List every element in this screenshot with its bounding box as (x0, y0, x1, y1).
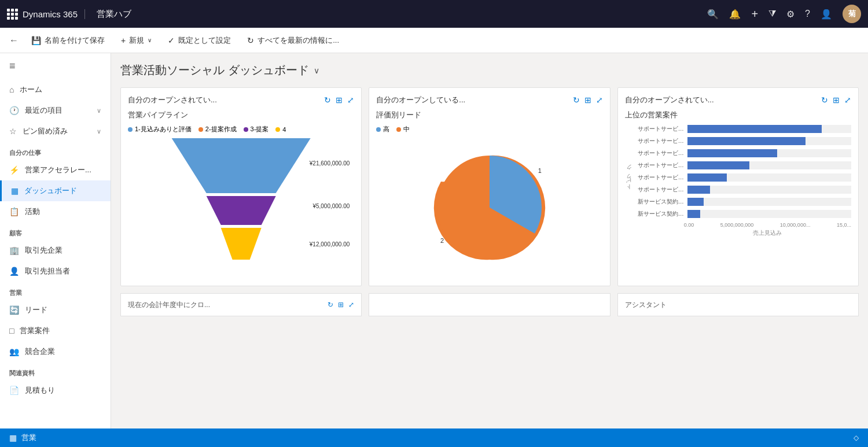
bar-fill-3 (687, 149, 778, 157)
pinned-expand-icon[interactable]: ∨ (97, 128, 101, 135)
refresh-button[interactable]: ↻ すべてを最新の情報に... (244, 33, 343, 48)
sidebar-item-pinned[interactable]: ☆ ピン留め済み ∨ (0, 121, 111, 142)
sidebar: ≡ ⌂ ホーム 🕐 最近の項目 ∨ ☆ ピン留め済み ∨ 自分の仕事 ⚡ 営業ア… (0, 53, 111, 447)
accelerator-icon: ⚡ (9, 165, 19, 175)
new-label: 新規 (129, 35, 144, 46)
sidebar-quotes-label: 見積もり (25, 385, 55, 396)
pie-legend-label-mid: 中 (403, 125, 410, 134)
card3-chart-title: 上位の営業案件 (625, 110, 851, 120)
bar-track-1 (687, 125, 851, 133)
sidebar-item-home[interactable]: ⌂ ホーム (0, 79, 111, 100)
bar-x-axis: 0.00 5,000,000,000 10,000,000... 15,0... (638, 222, 851, 228)
activity-icon: 📋 (9, 207, 19, 216)
card4-refresh-icon[interactable]: ↻ (328, 301, 333, 309)
bar-label-1: サポートサービス ... (638, 125, 684, 133)
sidebar-item-dashboard[interactable]: ▦ ダッシュボード (0, 180, 111, 201)
sidebar-item-contacts[interactable]: 👤 取引先担当者 (0, 261, 111, 282)
default-button[interactable]: ✓ 既定として設定 (164, 33, 234, 48)
bar-row-8: 新サービス契約_20... (638, 210, 851, 218)
bottom-bar-diamond-icon[interactable]: ◇ (854, 434, 859, 442)
card2-expand-icon[interactable]: ⊞ (584, 95, 591, 105)
card3-refresh-icon[interactable]: ↻ (821, 95, 828, 105)
pie-svg-wrapper: 1 2 (432, 150, 547, 267)
new-button[interactable]: + 新規 ∨ (117, 33, 155, 48)
bar-track-8 (687, 210, 851, 218)
bar-label-4: サポートサービス ... (638, 161, 684, 169)
sidebar-activity-label: 活動 (25, 206, 40, 217)
sidebar-item-accounts[interactable]: 🏢 取引先企業 (0, 240, 111, 261)
card1-refresh-icon[interactable]: ↻ (324, 95, 331, 105)
sidebar-item-quotes[interactable]: 📄 見積もり (0, 380, 111, 401)
funnel-chart: ¥21,600,000.00 ¥5,000,000.00 ¥12,000,000… (128, 138, 354, 279)
waffle-menu[interactable] (7, 9, 18, 20)
legend-label-4: 4 (282, 126, 286, 133)
save-label: 名前を付けて保存 (45, 35, 105, 46)
dashboard-grid: 自分のオープンされてい... ↻ ⊞ ⤢ 営業パイプライン 1-見込みありと評価 (120, 87, 859, 286)
bar-chart-right: サポートサービス ... サポートサービス ... サポートサービス ... (638, 125, 851, 237)
recent-expand-icon[interactable]: ∨ (97, 107, 101, 114)
top-nav-right: 🔍 🔔 + ⧩ ⚙ ? 👤 菊 (707, 5, 861, 23)
refresh-icon: ↻ (247, 36, 254, 45)
settings-icon[interactable]: ⚙ (786, 9, 795, 20)
sidebar-leads-label: リード (25, 305, 47, 315)
sidebar-item-activity[interactable]: 📋 活動 (0, 201, 111, 222)
bar-label-5: サポートサービス ... (638, 173, 684, 182)
card1-expand-icon[interactable]: ⊞ (336, 95, 343, 105)
card1-popout-icon[interactable]: ⤢ (347, 95, 354, 105)
sidebar-item-leads[interactable]: 🔄 リード (0, 300, 111, 320)
card4-expand-icon[interactable]: ⊞ (338, 301, 344, 309)
back-button[interactable]: ← (9, 35, 19, 46)
sidebar-accelerator-label: 営業アクセラレー... (25, 165, 91, 175)
avatar[interactable]: 菊 (843, 5, 861, 23)
pie-label-1: 1 (538, 167, 542, 174)
dashboard-icon: ▦ (11, 186, 19, 195)
check-icon: ✓ (168, 36, 175, 45)
bar-label-6: サポートサービス ... (638, 186, 684, 194)
search-icon[interactable]: 🔍 (707, 9, 719, 20)
sidebar-item-competitors[interactable]: 👥 競合企業 (0, 341, 111, 362)
card2-refresh-icon[interactable]: ↻ (573, 95, 580, 105)
sidebar-toggle[interactable]: ≡ (0, 53, 111, 79)
legend-dot-3 (244, 127, 248, 132)
second-row: 現在の会計年度中にクロ... ↻ ⊞ ⤢ アシスタント (120, 293, 859, 316)
new-chevron-icon[interactable]: ∨ (148, 37, 152, 43)
section-sales: 営業 (0, 282, 111, 300)
card4-actions: ↻ ⊞ ⤢ (328, 301, 354, 309)
sidebar-accounts-label: 取引先企業 (25, 245, 62, 256)
bar-track-4 (687, 161, 851, 169)
bottom-bar: ▦ 営業 ◇ (0, 428, 868, 447)
card4-popout-icon[interactable]: ⤢ (348, 301, 354, 309)
pie-svg (432, 150, 547, 265)
sidebar-recent-label: 最近の項目 (25, 105, 62, 116)
card3-popout-icon[interactable]: ⤢ (844, 95, 851, 105)
filter-icon[interactable]: ⧩ (768, 9, 776, 19)
card2-popout-icon[interactable]: ⤢ (596, 95, 603, 105)
legend-label-2: 2-提案作成 (205, 125, 237, 134)
bar-fill-1 (687, 125, 822, 133)
svg-marker-0 (172, 138, 311, 193)
legend-label-1: 1-見込みありと評価 (135, 125, 192, 134)
card3-title: 自分のオープンされてい... (625, 95, 714, 105)
opportunities-icon: □ (9, 326, 14, 335)
save-button[interactable]: 💾 名前を付けて保存 (28, 33, 108, 48)
bar-chart-wrapper: トピック サポートサービス ... サポートサービス ... サポートサービス … (625, 125, 851, 237)
bar-row-7: 新サービス契約_20... (638, 198, 851, 206)
bar-y-axis-label: トピック (625, 125, 633, 237)
bar-fill-5 (687, 173, 727, 182)
bell-icon[interactable]: 🔔 (729, 9, 741, 20)
card4-placeholder: 現在の会計年度中にクロ... ↻ ⊞ ⤢ (120, 293, 362, 316)
contacts-icon: 👤 (9, 267, 19, 276)
help-icon[interactable]: ? (805, 9, 810, 19)
sidebar-item-recent[interactable]: 🕐 最近の項目 ∨ (0, 100, 111, 121)
card-funnel: 自分のオープンされてい... ↻ ⊞ ⤢ 営業パイプライン 1-見込みありと評価 (120, 87, 362, 286)
sidebar-item-opportunities[interactable]: □ 営業案件 (0, 320, 111, 341)
card1-actions: ↻ ⊞ ⤢ (324, 95, 354, 105)
plus-icon[interactable]: + (751, 8, 758, 21)
page-title-chevron[interactable]: ∨ (314, 66, 319, 75)
card3-expand-icon[interactable]: ⊞ (833, 95, 840, 105)
bar-label-8: 新サービス契約_20... (638, 210, 684, 218)
sidebar-item-accelerator[interactable]: ⚡ 営業アクセラレー... (0, 160, 111, 180)
bottom-bar-label: 営業 (21, 433, 36, 443)
bar-row-1: サポートサービス ... (638, 125, 851, 133)
user-icon[interactable]: 👤 (821, 9, 832, 20)
